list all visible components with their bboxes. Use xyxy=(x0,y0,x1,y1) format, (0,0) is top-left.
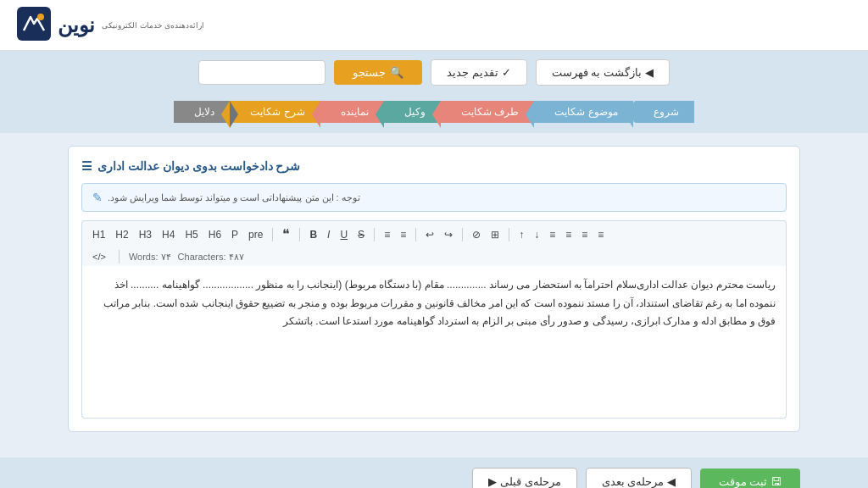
save-button[interactable]: 🖫 ثبت موقت xyxy=(700,469,800,488)
toolbar-align-left[interactable]: ≡ xyxy=(546,227,559,242)
toolbar-h1[interactable]: H1 xyxy=(89,227,108,242)
search-button[interactable]: 🔍 جستجو xyxy=(334,60,422,85)
toolbar-sep3 xyxy=(374,228,375,241)
toolbar-p[interactable]: P xyxy=(228,227,242,242)
editor-toolbar: H1 H2 H3 H4 H5 H6 P pre ❝ B I U S ≡ ≡ ↩ … xyxy=(81,220,787,247)
toolbar-undo[interactable]: ↩ xyxy=(422,227,437,242)
editor-content-area[interactable]: ریاست محترم دیوان عدالت اداری‌سلام احترا… xyxy=(81,266,787,419)
new-submission-button[interactable]: ✓ تقدیم جدید xyxy=(431,59,526,86)
next-step-button[interactable]: ◀ مرحله‌ی بعدی xyxy=(586,468,692,488)
toolbar-align-justify[interactable]: ≡ xyxy=(594,227,607,242)
toolbar-clear[interactable]: ⊘ xyxy=(469,227,484,242)
toolbar-blockquote[interactable]: ❝ xyxy=(279,225,293,244)
toolbar-pre[interactable]: pre xyxy=(245,227,266,242)
logo-text: نوین xyxy=(58,14,95,37)
search-icon: 🔍 xyxy=(390,66,403,79)
toolbar-sep1 xyxy=(272,228,273,241)
editor-card: شرح دادخواست بدوی دیوان عدالت اداری ☰ تو… xyxy=(68,146,800,432)
steps-navigation: دلایل شرح شکایت نماینده وکیل طرف شکایت م… xyxy=(0,94,868,133)
toolbar-sep6 xyxy=(509,228,509,241)
editor-toolbar-row2: </> Words: ۷۴ Characters: ۴۸۷ xyxy=(81,247,787,266)
word-count: Words: ۷۴ xyxy=(129,252,171,263)
step-taraf[interactable]: طرف شکایت xyxy=(441,101,534,123)
notice-box: توجه : این متن پیشنهاداتی است و میتواند … xyxy=(81,183,787,212)
toolbar-h3[interactable]: H3 xyxy=(136,227,155,242)
notice-icon: ✎ xyxy=(92,191,103,204)
toolbar-h4[interactable]: H4 xyxy=(159,227,178,242)
step-sharh[interactable]: شرح شکایت xyxy=(230,101,320,123)
toolbar-sep2 xyxy=(299,228,300,241)
back-to-list-button[interactable]: ◀ بازگشت به فهرست xyxy=(536,59,670,86)
toolbar-h5[interactable]: H5 xyxy=(181,227,201,242)
toolbar-sep4 xyxy=(415,228,416,241)
logo-icon xyxy=(17,7,51,44)
bottom-bar: 🖫 ثبت موقت ◀ مرحله‌ی بعدی مرحله‌ی قبلی ▶ xyxy=(0,458,868,488)
toolbar-h6[interactable]: H6 xyxy=(205,227,225,242)
prev-step-button[interactable]: مرحله‌ی قبلی ▶ xyxy=(472,468,576,488)
toolbar-sep7 xyxy=(119,250,120,263)
step-shoroo[interactable]: شروع xyxy=(633,101,694,123)
title-icon: ☰ xyxy=(81,159,92,173)
toolbar-sep5 xyxy=(462,228,463,241)
toolbar-align-center[interactable]: ≡ xyxy=(562,227,575,242)
toolbar-align-right[interactable]: ≡ xyxy=(578,227,591,242)
step-namayanadeh[interactable]: نماینده xyxy=(320,101,384,123)
editor-title: شرح دادخواست بدوی دیوان عدالت اداری ☰ xyxy=(81,159,787,173)
toolbar-redo[interactable]: ↪ xyxy=(441,227,456,242)
toolbar-ul[interactable]: ≡ xyxy=(381,227,393,242)
toolbar-underline[interactable]: U xyxy=(337,227,351,242)
toolbar-italic[interactable]: I xyxy=(324,227,333,242)
logo-area: ارائه‌دهنده‌ی خدمات الکترونیکی نوین xyxy=(17,7,204,44)
toolbar-table[interactable]: ⊞ xyxy=(487,227,503,242)
toolbar-align-up[interactable]: ↑ xyxy=(515,227,527,242)
toolbar-strike[interactable]: S xyxy=(354,227,368,242)
toolbar-ol[interactable]: ≡ xyxy=(397,227,409,242)
toolbar-align-down[interactable]: ↓ xyxy=(531,227,542,242)
toolbar-h2[interactable]: H2 xyxy=(112,227,131,242)
header: ارائه‌دهنده‌ی خدمات الکترونیکی نوین xyxy=(0,0,868,51)
main-content: شرح دادخواست بدوی دیوان عدالت اداری ☰ تو… xyxy=(0,133,868,445)
svg-point-1 xyxy=(37,14,44,20)
char-count: Characters: ۴۸۷ xyxy=(178,252,244,263)
search-input[interactable] xyxy=(198,60,326,85)
toolbar-bold[interactable]: B xyxy=(306,227,320,242)
action-bar: 🔍 جستجو ✓ تقدیم جدید ◀ بازگشت به فهرست xyxy=(0,51,868,94)
toolbar-code[interactable]: </> xyxy=(89,250,109,263)
logo-sub: ارائه‌دهنده‌ی خدمات الکترونیکی xyxy=(102,21,204,30)
step-mowzoo[interactable]: موضوع شکایت xyxy=(534,101,632,123)
